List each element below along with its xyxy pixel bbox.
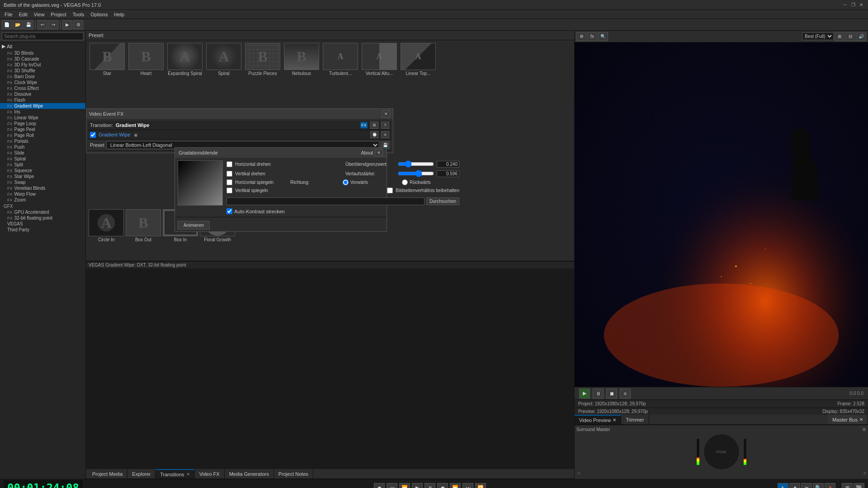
- transport-loop-btn[interactable]: ≡: [620, 389, 631, 399]
- menu-file[interactable]: File: [2, 11, 15, 18]
- plugin-slide[interactable]: FXSlide: [0, 150, 85, 156]
- group-gfx[interactable]: GFX: [0, 203, 85, 209]
- grad-browse-btn[interactable]: Durchsuchen: [426, 197, 459, 205]
- tab-video-fx[interactable]: Video FX: [195, 469, 225, 479]
- preset-vertical[interactable]: A Vertical Altu...: [361, 43, 398, 119]
- plugin-page-roll[interactable]: FXPage Roll: [0, 132, 85, 138]
- grad-vertical-mirror-cb[interactable]: [226, 188, 232, 193]
- tl-snap-btn[interactable]: ⊞: [842, 483, 853, 488]
- plugin-gradient-wipe[interactable]: FXGradient Wipe: [0, 103, 85, 109]
- tl-marker-btn[interactable]: 🏁: [854, 483, 864, 488]
- tl-record-btn[interactable]: ⏺: [374, 483, 385, 488]
- plugin-zoom[interactable]: FXZoom: [0, 197, 85, 203]
- preset-nebulous[interactable]: B Nebulous: [283, 43, 320, 119]
- tl-rewind-btn[interactable]: ⏮: [387, 483, 397, 488]
- plugin-star-wipe[interactable]: FXStar Wipe: [0, 174, 85, 179]
- grad-edge-slider[interactable]: [398, 170, 434, 177]
- tl-end-btn[interactable]: ⏭: [462, 483, 473, 488]
- right-tab-vp-close[interactable]: ✕: [613, 418, 616, 422]
- tab-project-media[interactable]: Project Media: [88, 469, 127, 479]
- menu-options[interactable]: Options: [88, 11, 110, 18]
- plugin-push[interactable]: FXPush: [0, 144, 85, 150]
- preview-audio-btn[interactable]: 🔊: [856, 32, 866, 41]
- active-fx-reset[interactable]: ◉: [134, 132, 138, 137]
- tl-tool-split[interactable]: ✂: [801, 483, 812, 488]
- preview-quality-select[interactable]: Best (Full): [802, 33, 834, 40]
- tab-media-generators[interactable]: Media Generators: [225, 469, 274, 479]
- preset-linear-top[interactable]: A Linear Top...: [400, 43, 437, 119]
- plugin-venetian-blinds[interactable]: FXVenetian Blinds: [0, 185, 85, 191]
- preset-heart[interactable]: B Heart: [127, 43, 165, 119]
- plugin-3d-blinds[interactable]: FX3D Blinds: [0, 50, 85, 56]
- transition-help-btn[interactable]: ?: [381, 122, 389, 129]
- tl-tool-zoom[interactable]: 🔍: [813, 483, 824, 488]
- grad-horizontal-mirror-cb[interactable]: [226, 179, 232, 185]
- plugin-split[interactable]: FXSplit: [0, 162, 85, 168]
- vefx-title-bar[interactable]: Video Event FX ✕: [86, 109, 393, 119]
- preview-compare-btn[interactable]: ⊟: [845, 32, 855, 41]
- tl-back-btn[interactable]: ⏪: [399, 483, 410, 488]
- plugin-page-peel[interactable]: FXPage Peel: [0, 127, 85, 132]
- grad-vertical-flip-cb[interactable]: [226, 171, 232, 177]
- plugin-third-party[interactable]: Third Party: [0, 227, 85, 233]
- plugin-3d-flyinout[interactable]: FX3D Fly In/Out: [0, 62, 85, 68]
- plugin-portals[interactable]: FXPortals: [0, 138, 85, 144]
- transport-pause-btn[interactable]: ⏸: [593, 389, 604, 399]
- fx-properties-btn[interactable]: ≡: [381, 131, 389, 138]
- tl-tool-select[interactable]: ↖: [778, 483, 788, 488]
- plugin-dissolve[interactable]: FXDissolve: [0, 91, 85, 97]
- plugin-32bit-fp[interactable]: FX32-bit floating point: [0, 215, 85, 221]
- tl-pause-btn[interactable]: ⏸: [425, 483, 435, 488]
- fx-keyframe-btn[interactable]: ⌚: [370, 131, 378, 138]
- plugin-squeeze[interactable]: FXSqueeze: [0, 168, 85, 174]
- plugin-barn-door[interactable]: FXBarn Door: [0, 74, 85, 80]
- grad-close-btn[interactable]: ✕: [375, 149, 383, 156]
- menu-tools[interactable]: Tools: [70, 11, 87, 18]
- restore-btn[interactable]: ❐: [850, 2, 856, 8]
- plugin-cross-effect[interactable]: FXCross Effect: [0, 85, 85, 91]
- menu-edit[interactable]: Edit: [16, 11, 30, 18]
- tl-play-btn[interactable]: ▶: [412, 483, 423, 488]
- close-btn[interactable]: ✕: [858, 2, 864, 8]
- preview-zoom-btn[interactable]: 🔍: [598, 32, 608, 41]
- tab-explorer[interactable]: Explorer: [127, 469, 156, 479]
- preset-spiral[interactable]: A Spiral: [205, 43, 242, 119]
- plugin-spiral[interactable]: FXSpiral: [0, 156, 85, 162]
- search-input[interactable]: [2, 33, 84, 40]
- menu-view[interactable]: View: [31, 11, 47, 18]
- plugin-vegas[interactable]: VEGAS: [0, 221, 85, 227]
- preview-grid-btn[interactable]: ⊞: [835, 32, 844, 41]
- grad-animate-btn[interactable]: Animieren: [178, 221, 210, 230]
- plugin-3d-cascade[interactable]: FX3D Cascade: [0, 56, 85, 62]
- grad-aspect-cb[interactable]: [387, 188, 393, 193]
- bottom-preset-box-out[interactable]: B Box Out: [126, 209, 161, 249]
- preset-turbulent[interactable]: A Turbulent...: [322, 43, 359, 119]
- grad-forward-radio[interactable]: [343, 179, 349, 185]
- transport-play-btn[interactable]: ▶: [579, 389, 590, 399]
- tab-transitions[interactable]: Transitions ✕: [156, 469, 194, 479]
- grad-file-input[interactable]: [226, 197, 425, 205]
- grad-about-btn[interactable]: About: [361, 150, 373, 155]
- gradient-wipe-checkbox[interactable]: [90, 132, 96, 138]
- grad-horizontal-flip-cb[interactable]: [226, 161, 232, 167]
- vefx-close-btn[interactable]: ✕: [382, 110, 390, 117]
- tab-transitions-close[interactable]: ✕: [186, 472, 190, 477]
- transition-settings-btn[interactable]: ⚙: [370, 122, 378, 129]
- right-tab-trimmer[interactable]: Trimmer: [621, 415, 649, 424]
- right-tab-mb-close[interactable]: ✕: [859, 417, 863, 422]
- surround-settings-icon[interactable]: ⚙: [862, 427, 866, 432]
- grad-blend-value[interactable]: 0.240: [437, 161, 459, 168]
- preset-puzzle[interactable]: B Puzzle Pieces: [244, 43, 281, 119]
- right-tab-video-preview[interactable]: Video Preview ✕: [575, 415, 621, 424]
- tl-stop-btn[interactable]: ⏹: [437, 483, 448, 488]
- undo-btn[interactable]: ↩: [38, 20, 47, 29]
- bottom-preset-circle-in[interactable]: A Circle In: [89, 209, 124, 249]
- plugin-linear-wipe[interactable]: FXLinear Wipe: [0, 115, 85, 121]
- grad-backward-radio[interactable]: [402, 179, 408, 185]
- preview-settings-btn[interactable]: ⚙: [576, 32, 586, 41]
- minimize-btn[interactable]: ─: [842, 2, 848, 8]
- plugin-3d-shuffle[interactable]: FX3D Shuffle: [0, 68, 85, 74]
- preview-fx-btn[interactable]: fx: [587, 32, 597, 41]
- menu-help[interactable]: Help: [111, 11, 127, 18]
- preset-star[interactable]: B Star: [89, 43, 126, 119]
